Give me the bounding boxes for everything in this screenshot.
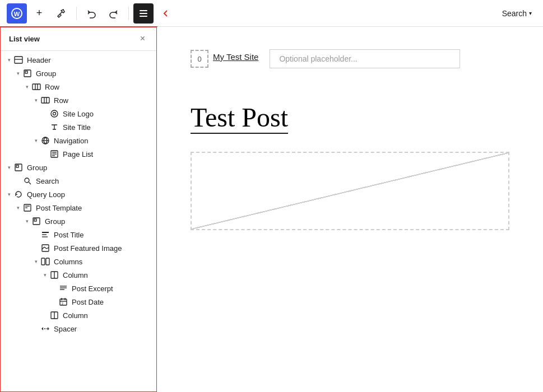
list-item-row2[interactable]: Row	[0, 94, 156, 107]
chevron-row2[interactable]	[31, 96, 40, 105]
column-icon	[49, 310, 59, 320]
list-view-title: List view	[9, 35, 40, 43]
search-placeholder-input: Optional placeholder...	[270, 49, 460, 68]
label-post-date: Post Date	[72, 298, 104, 306]
chevron-row1[interactable]	[22, 82, 31, 91]
label-header: Header	[27, 56, 51, 64]
list-item-query-loop[interactable]: Query Loop	[0, 188, 156, 201]
svg-rect-3	[140, 13, 147, 14]
columns-icon	[40, 256, 50, 267]
posttitle-icon	[40, 230, 50, 240]
date-icon: 2	[58, 297, 68, 307]
featured-image-placeholder	[191, 152, 509, 230]
group-icon	[13, 162, 24, 172]
label-column1: Column	[63, 271, 88, 279]
list-item-group2[interactable]: Group	[0, 161, 156, 174]
list-item-site-title[interactable]: Site Title	[0, 120, 156, 134]
label-post-featured-image: Post Featured Image	[54, 244, 122, 253]
list-item-post-date[interactable]: 2Post Date	[0, 295, 156, 309]
svg-point-25	[25, 178, 29, 183]
header-icon	[13, 55, 24, 65]
toolbar: W + Search ▾	[0, 0, 543, 27]
row-icon	[31, 82, 41, 92]
post-title-heading: Test Post	[191, 102, 288, 134]
svg-rect-39	[41, 258, 45, 265]
list-item-group3[interactable]: Group	[0, 214, 156, 228]
row-icon	[40, 95, 50, 105]
chevron-header[interactable]	[4, 55, 13, 64]
chevron-down-icon: ▾	[529, 10, 532, 16]
chevron-group1[interactable]	[13, 69, 22, 78]
title-icon	[49, 122, 59, 132]
chevron-columns[interactable]	[31, 257, 40, 266]
pagelist-icon	[49, 149, 59, 159]
list-item-column2[interactable]: Column	[0, 309, 156, 322]
list-view-toggle-button[interactable]	[133, 3, 154, 24]
svg-rect-31	[34, 219, 36, 221]
svg-rect-46	[60, 299, 67, 305]
label-site-logo: Site Logo	[63, 110, 94, 118]
label-row2: Row	[54, 96, 68, 105]
chevron-group2[interactable]	[4, 163, 13, 172]
postimage-icon	[40, 243, 50, 253]
list-item-post-title[interactable]: Post Title	[0, 228, 156, 241]
label-search: Search	[36, 177, 59, 185]
svg-rect-2	[140, 10, 147, 11]
label-page-list: Page List	[63, 150, 93, 158]
list-view-panel: List view × HeaderGroupRowRowSite LogoSi…	[0, 27, 157, 392]
svg-point-15	[51, 110, 58, 117]
nav-icon	[40, 136, 50, 146]
chevron-post-template[interactable]	[13, 203, 22, 212]
undo-button[interactable]	[81, 3, 101, 24]
toolbar-divider-1	[76, 7, 77, 20]
back-arrow-button[interactable]	[156, 3, 176, 24]
list-item-columns[interactable]: Columns	[0, 255, 156, 268]
list-item-page-list[interactable]: Page List	[0, 147, 156, 161]
label-navigation: Navigation	[54, 137, 88, 145]
search-dropdown-button[interactable]: Search ▾	[498, 6, 536, 21]
svg-rect-5	[15, 57, 22, 63]
svg-rect-8	[25, 71, 27, 73]
logo-icon	[49, 109, 59, 119]
list-item-post-excerpt[interactable]: Post Excerpt	[0, 282, 156, 295]
list-item-post-template[interactable]: Post Template	[0, 201, 156, 214]
label-site-title: Site Title	[63, 123, 91, 132]
close-list-view-button[interactable]: ×	[138, 32, 147, 45]
label-column2: Column	[63, 311, 88, 320]
group-icon	[22, 68, 33, 78]
list-view-header: List view ×	[0, 27, 156, 51]
label-query-loop: Query Loop	[27, 190, 65, 199]
chevron-query-loop[interactable]	[4, 190, 13, 199]
list-item-post-featured-image[interactable]: Post Featured Image	[0, 241, 156, 255]
label-post-title: Post Title	[54, 231, 83, 239]
svg-rect-24	[16, 165, 18, 167]
list-item-group1[interactable]: Group	[0, 67, 156, 80]
chevron-group3[interactable]	[22, 217, 31, 226]
site-header-row: 0 My Test Site Optional placeholder...	[191, 49, 509, 68]
site-title-link[interactable]: My Test Site	[213, 52, 258, 62]
label-columns: Columns	[54, 258, 82, 266]
wp-logo-button[interactable]: W	[7, 3, 27, 24]
list-item-search[interactable]: Search	[0, 174, 156, 188]
list-item-navigation[interactable]: Navigation	[0, 134, 156, 147]
tools-button[interactable]	[52, 3, 72, 24]
redo-button[interactable]	[104, 3, 124, 24]
list-item-row1[interactable]: Row	[0, 80, 156, 94]
svg-line-26	[29, 183, 31, 185]
label-group2: Group	[27, 164, 47, 172]
list-item-header[interactable]: Header	[0, 53, 156, 67]
chevron-navigation[interactable]	[31, 136, 40, 145]
label-group1: Group	[36, 69, 56, 78]
list-item-site-logo[interactable]: Site Logo	[0, 107, 156, 120]
list-item-spacer[interactable]: Spacer	[0, 322, 156, 335]
editor-area: 0 My Test Site Optional placeholder... T…	[157, 27, 543, 392]
svg-text:W: W	[14, 11, 20, 17]
add-block-button[interactable]: +	[29, 3, 49, 24]
list-item-column1[interactable]: Column	[0, 268, 156, 282]
queryloop-icon	[13, 189, 24, 199]
svg-line-37	[44, 247, 47, 249]
main-layout: List view × HeaderGroupRowRowSite LogoSi…	[0, 27, 543, 392]
excerpt-icon	[58, 283, 68, 293]
label-group3: Group	[45, 217, 65, 226]
chevron-column1[interactable]	[40, 270, 49, 279]
